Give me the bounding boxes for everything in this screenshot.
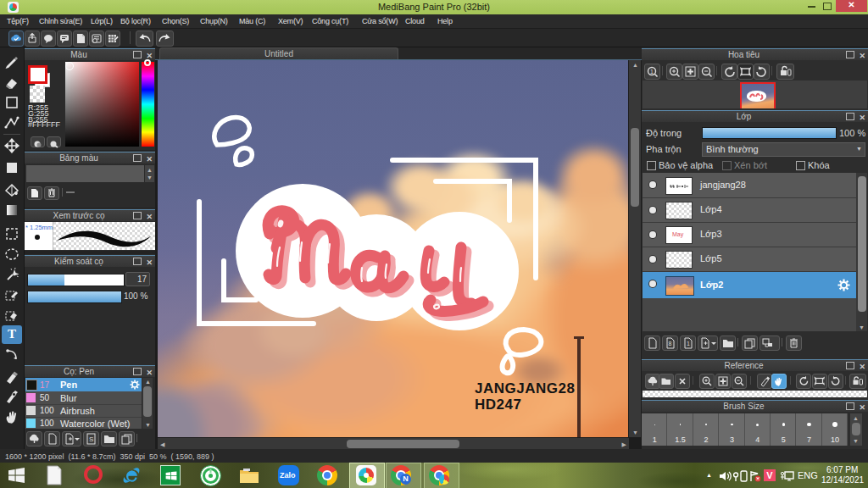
svg-text:HD247: HD247 <box>475 396 521 413</box>
svg-text:S: S <box>89 435 93 443</box>
svg-text:JANGJANG28: JANGJANG28 <box>475 380 575 396</box>
svg-text:1: 1 <box>650 69 654 75</box>
svg-text:1: 1 <box>687 341 690 347</box>
svg-text:8: 8 <box>669 341 672 347</box>
